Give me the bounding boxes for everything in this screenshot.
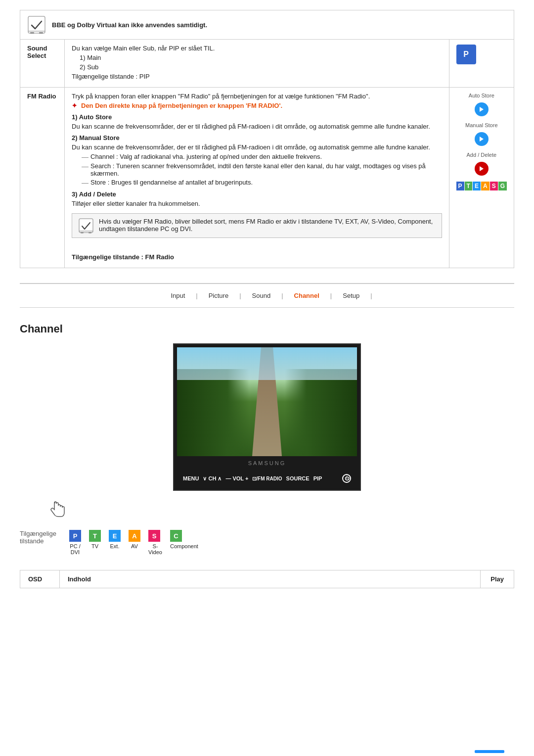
nav-channel[interactable]: Channel [284, 289, 329, 302]
mode-e-desc: Ext. [109, 543, 121, 549]
tv-screen [177, 347, 357, 456]
nav-sep-3: | [280, 292, 284, 299]
sound-main: 1) Main [72, 54, 442, 61]
tv-bottom-bar: SAMSUNG [177, 456, 357, 470]
mode-t-desc: TV [89, 543, 101, 549]
fm-radio-content: Tryk på knappen foran eller knappen "FM … [65, 88, 449, 268]
fm-arrow-icon: ✦ [72, 102, 77, 109]
svg-rect-3 [39, 32, 43, 34]
fm-highlight-bullet: ✦ Den Den direkte knap på fjernbetjening… [72, 102, 442, 109]
mode-t: T TV [89, 530, 101, 549]
fm-radio-btn[interactable]: ⊡/FM RADIO [252, 476, 282, 481]
channel-bullet: — Channel : Valg af radiokanal vha. just… [72, 153, 442, 161]
ch-btn[interactable]: ∨ CH ∧ [203, 475, 222, 482]
fm-radio-label: FM Radio [20, 88, 65, 268]
mode-c: C Component [170, 530, 198, 549]
svg-rect-0 [28, 16, 45, 33]
nav-sep-5: | [369, 292, 373, 299]
sound-select-content: Du kan vælge Main eller Sub, når PIP er … [65, 40, 449, 88]
fm-radio-icons: Auto Store Manual Store Add / Delete P T… [449, 88, 514, 268]
nav-sep-4: | [329, 292, 333, 299]
manual-store-header: 2) Manual Store [72, 134, 442, 142]
modes-list: P PC /DVI T TV E Ext. A AV S S-Video C C… [69, 530, 198, 555]
sound-select-intro: Du kan vælge Main eller Sub, når PIP er … [72, 45, 442, 52]
tv-brand-label: SAMSUNG [248, 460, 286, 466]
letter-s: S [490, 182, 498, 190]
svg-marker-8 [480, 107, 484, 112]
add-delete-label: Add / Delete [467, 152, 497, 158]
mode-c-desc: Component [170, 543, 198, 549]
nav-sound[interactable]: Sound [242, 289, 281, 302]
power-btn[interactable]: ⏻ [342, 474, 351, 483]
check-note-icon [27, 15, 46, 34]
bbe-notice-text: BBE og Dolby Virtual kan ikke anvendes s… [52, 21, 207, 29]
fm-notice-box: Hvis du vælger FM Radio, bliver billedet… [72, 213, 442, 238]
mode-e-letter: E [109, 530, 121, 542]
manual-store-label: Manual Store [465, 122, 497, 128]
nav-setup[interactable]: Setup [333, 289, 369, 302]
vol-btn[interactable]: — VOL + [225, 475, 248, 481]
letter-t: T [465, 182, 472, 190]
store-bullet: — Store : Bruges til gendannelse af anta… [72, 179, 442, 187]
modes-label: Tilgængeligetilstande [20, 530, 59, 545]
mode-p-letter: P [69, 530, 81, 542]
mode-e: E Ext. [109, 530, 121, 549]
tv-screen-scene [177, 347, 357, 456]
modes-row: Tilgængeligetilstande P PC /DVI T TV E E… [20, 530, 514, 555]
osd-content: Indhold [60, 570, 480, 588]
manual-store-icon [475, 132, 489, 146]
auto-store-icon [475, 102, 489, 116]
sound-select-row: Sound Select Du kan vælge Main eller Sub… [20, 40, 514, 88]
fm-intro: Tryk på knappen foran eller knappen "FM … [72, 93, 442, 100]
letter-p: P [456, 182, 464, 190]
add-delete-icon [475, 162, 489, 176]
fm-highlight-text: Den Den direkte knap på fjernbetjeningen… [81, 102, 282, 109]
source-btn[interactable]: SOURCE [286, 475, 310, 481]
mode-p: P PC /DVI [69, 530, 81, 555]
arrow-right-icon2: — [82, 162, 89, 177]
svg-rect-7 [89, 232, 91, 234]
tv-indicator-bar [475, 750, 504, 753]
sound-select-label: Sound Select [20, 40, 65, 88]
channel-section: Channel SAMSUNG MENU ∨ CH ∧ [20, 323, 514, 555]
svg-rect-4 [79, 219, 93, 233]
mode-a-desc: AV [129, 543, 140, 549]
bbe-notice-row: BBE og Dolby Virtual kan ikke anvendes s… [20, 10, 514, 40]
cursor-svg [49, 501, 67, 519]
mode-s-desc: S-Video [148, 543, 162, 555]
nav-sep-2: | [238, 292, 242, 299]
menu-btn[interactable]: MENU [183, 475, 199, 481]
nav-picture[interactable]: Picture [199, 289, 238, 302]
tv-sky [177, 347, 357, 380]
hand-icon [49, 501, 514, 522]
mode-a-letter: A [129, 530, 140, 542]
manual-store-text: Du kan scanne de frekvensområder, der er… [72, 143, 442, 151]
auto-store-text: Du kan scanne de frekvensområder, der er… [72, 123, 442, 130]
mode-s-letter: S [148, 530, 160, 542]
mode-letters-fm: P T E A S G [456, 182, 507, 190]
svg-marker-10 [480, 166, 484, 171]
osd-play[interactable]: Play [480, 570, 514, 588]
add-delete-text: Tilføjer eller sletter kanaler fra hukom… [72, 200, 442, 207]
nav-input[interactable]: Input [161, 289, 195, 302]
bbe-notice-content: BBE og Dolby Virtual kan ikke anvendes s… [27, 15, 507, 34]
arrow-right-icon3: — [82, 179, 89, 187]
osd-label: OSD [20, 570, 60, 588]
arrow-right-icon: — [82, 153, 89, 161]
letter-e: E [473, 182, 481, 190]
osd-row: OSD Indhold Play [20, 570, 514, 588]
channel-title: Channel [20, 323, 514, 335]
tv-bezel: SAMSUNG MENU ∨ CH ∧ — VOL + ⊡/FM RADIO S… [173, 343, 361, 491]
pip-btn[interactable]: PIP [313, 475, 322, 481]
mode-p-desc: PC /DVI [69, 543, 81, 555]
tv-illustration: SAMSUNG MENU ∨ CH ∧ — VOL + ⊡/FM RADIO S… [173, 343, 361, 491]
auto-store-header: 1) Auto Store [72, 113, 442, 121]
mode-t-letter: T [89, 530, 101, 542]
svg-marker-9 [480, 137, 484, 142]
sound-avail: Tilgængelige tilstande : PIP [72, 73, 442, 80]
p-icon: P [456, 45, 476, 64]
auto-store-label: Auto Store [469, 93, 494, 98]
sound-select-icon-cell: P [449, 40, 514, 88]
add-delete-header: 3) Add / Delete [72, 190, 442, 198]
sound-sub: 2) Sub [72, 63, 442, 71]
